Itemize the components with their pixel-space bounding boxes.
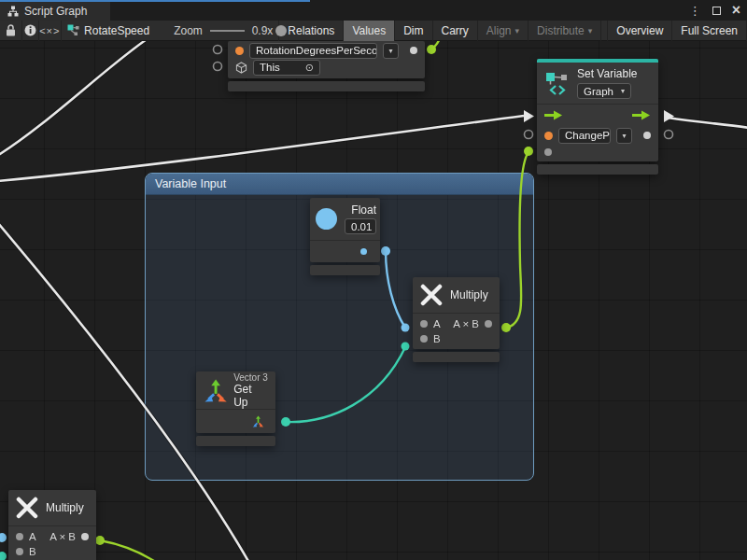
distribute-caret-icon: ▾ <box>588 26 593 35</box>
variable-port-icon[interactable] <box>544 132 553 140</box>
align-caret-icon: ▾ <box>515 26 520 35</box>
multiply-a-label: A <box>433 318 441 329</box>
float-value-field[interactable]: 0.01 <box>345 218 376 234</box>
node-float-literal[interactable]: Float 0.01 <box>310 198 380 275</box>
multiply-b-label: B <box>433 333 441 344</box>
node-get-up[interactable]: Vector 3 Get Up <box>196 371 275 446</box>
multiply-b-port[interactable] <box>16 548 23 555</box>
multiply-a-label: A <box>29 531 36 542</box>
float-output-port[interactable] <box>360 248 367 255</box>
teal-wire-getup-to-multiply-b <box>286 347 405 422</box>
multiply-output-label: A × B <box>453 318 479 329</box>
zoom-slider[interactable] <box>210 30 245 32</box>
gameobject-cube-icon <box>235 62 247 74</box>
float-title: Float <box>345 203 376 217</box>
window-maximize-icon[interactable] <box>712 7 721 15</box>
set-variable-caret-icon[interactable]: ▾ <box>616 128 632 144</box>
tab-title: Script Graph <box>24 5 87 18</box>
vector3-output-port-icon[interactable] <box>252 415 264 427</box>
multiply-output-port[interactable] <box>81 533 89 540</box>
flow-in-triangle[interactable] <box>524 110 534 122</box>
green-wire-bottom-multiply-out <box>100 540 154 560</box>
graph-asset-icon <box>67 24 79 36</box>
set-variable-header[interactable]: Set Variable Graph ▾ <box>537 63 658 105</box>
info-icon <box>24 24 36 36</box>
graph-hierarchy-icon <box>7 6 19 17</box>
lock-icon <box>6 24 16 36</box>
float-value: 0.01 <box>351 221 372 232</box>
node-multiply[interactable]: Multiply A A × B B <box>413 277 500 362</box>
multiply-title: Multiply <box>46 501 84 514</box>
multiply-x-icon <box>420 284 443 306</box>
title-bar: Script Graph ⋮ × <box>0 0 747 21</box>
blue-wire-float-to-multiply-a <box>386 251 405 328</box>
variable-port-icon[interactable] <box>235 47 244 55</box>
variable-dropdown-caret-icon[interactable]: ▾ <box>383 43 399 59</box>
window-menu-icon[interactable]: ⋮ <box>689 5 701 17</box>
graph-toolbar: <×> RotateSpeed Zoom 0.9x Relations Valu… <box>0 21 747 41</box>
set-variable-output-port[interactable] <box>643 132 651 139</box>
node-footer <box>196 436 275 446</box>
set-variable-title: Set Variable <box>577 67 637 80</box>
node-footer <box>228 81 425 91</box>
toolbar-button-values[interactable]: Values <box>344 21 395 41</box>
node-set-variable[interactable]: Set Variable Graph ▾ <box>537 59 658 175</box>
multiply-b-label: B <box>29 546 36 557</box>
kind-caret-icon: ▾ <box>621 87 625 95</box>
script-graph-window: Variable Input <box>0 0 747 560</box>
node-footer <box>310 265 380 275</box>
zoom-value: 0.9x <box>252 24 274 37</box>
target-object-value: This <box>260 62 280 73</box>
set-variable-name-value: ChangePos <box>565 130 611 141</box>
flow-wire-out-right <box>668 118 747 128</box>
toolbar-button-dim[interactable]: Dim <box>395 21 432 41</box>
get-up-type-label: Vector 3 <box>233 372 268 383</box>
variable-kind-dropdown[interactable]: Graph ▾ <box>577 83 631 99</box>
target-object-field[interactable]: This ⊙ <box>253 60 320 76</box>
multiply-a-port[interactable] <box>16 533 23 540</box>
graph-breadcrumb[interactable]: RotateSpeed <box>67 24 149 37</box>
variable-name-dropdown[interactable]: RotationDegreesPerSecond <box>249 43 377 59</box>
node-footer <box>537 164 658 175</box>
toolbar-button-carry[interactable]: Carry <box>433 21 478 41</box>
node-multiply-bottom[interactable]: Multiply A A × B B <box>8 490 96 560</box>
tab-script-graph[interactable]: Script Graph <box>0 2 110 21</box>
zoom-slider-handle[interactable] <box>275 25 287 36</box>
multiply-a-port[interactable] <box>420 320 428 328</box>
node-footer <box>413 352 500 362</box>
green-wire-multiply-to-set-variable <box>506 152 529 328</box>
set-variable-icon <box>544 71 570 96</box>
variable-name-value: RotationDegreesPerSecond <box>256 45 377 56</box>
multiply-output-label: A × B <box>49 531 76 542</box>
vector3-axes-icon <box>204 378 228 403</box>
float-type-icon <box>316 208 337 230</box>
flow-out-arrow-icon[interactable] <box>632 110 651 120</box>
zoom-label: Zoom <box>174 24 203 37</box>
window-close-icon[interactable]: × <box>732 3 740 18</box>
multiply-x-icon <box>16 497 38 519</box>
node-get-variable[interactable]: RotationDegreesPerSecond ▾ This ⊙ <box>228 41 425 91</box>
multiply-output-port[interactable] <box>485 320 492 328</box>
lock-button[interactable] <box>0 21 22 41</box>
variable-kind-value: Graph <box>584 86 613 97</box>
new-value-input-port[interactable] <box>544 148 552 156</box>
toolbar-button-fullscreen[interactable]: Full Screen <box>672 21 747 41</box>
value-output-port[interactable] <box>410 47 417 54</box>
get-up-title: Get Up <box>233 383 268 409</box>
inspect-button[interactable] <box>22 21 38 41</box>
flow-wire-in-left-top <box>0 37 149 156</box>
toolbar-button-overview[interactable]: Overview <box>607 21 672 41</box>
object-picker-icon[interactable]: ⊙ <box>305 62 314 74</box>
flow-in-arrow-icon[interactable] <box>544 110 563 120</box>
set-variable-name-dropdown[interactable]: ChangePos <box>558 128 611 144</box>
breadcrumb-graph-name: RotateSpeed <box>84 24 149 37</box>
code-view-button[interactable]: <×> <box>39 21 62 41</box>
toolbar-button-distribute[interactable]: Distribute ▾ <box>529 21 601 41</box>
code-brackets-icon: <×> <box>39 25 60 36</box>
toolbar-button-relations[interactable]: Relations <box>278 21 344 41</box>
toolbar-button-align[interactable]: Align ▾ <box>478 21 529 41</box>
multiply-title: Multiply <box>450 288 488 301</box>
multiply-b-port[interactable] <box>420 335 428 343</box>
